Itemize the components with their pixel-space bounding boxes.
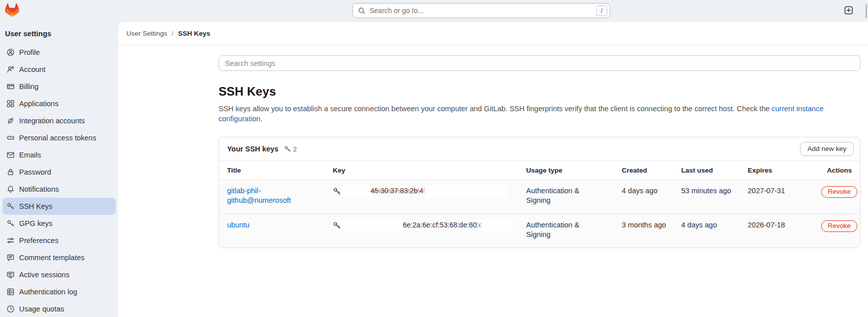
created-cell: 4 days ago — [622, 186, 681, 196]
breadcrumb: User Settings / SSH Keys — [118, 22, 868, 45]
table-row: ubuntu 6e:2a:6e:cf:53:68:de:60:c Authent… — [219, 213, 860, 248]
usage-type-cell: Authentication & Signing — [526, 186, 622, 205]
sidebar-item-notifications[interactable]: Notifications — [3, 181, 116, 198]
sidebar-item-label: GPG keys — [19, 219, 52, 227]
redacted-fingerprint-segment — [343, 221, 403, 229]
quota-icon — [7, 305, 15, 313]
settings-search-input[interactable] — [219, 55, 860, 71]
ssh-keys-panel: Your SSH keys 2 Add new key Title Key Us… — [219, 137, 860, 248]
last-used-cell: 4 days ago — [681, 220, 748, 230]
col-header-created: Created — [622, 167, 681, 174]
integration-icon — [7, 117, 15, 125]
sidebar-item-label: Notifications — [19, 185, 59, 193]
page-description-text: SSH keys allow you to establish a secure… — [219, 105, 772, 113]
sidebar: User settings Profile Account Billing Ap… — [0, 22, 118, 317]
col-header-last-used: Last used — [681, 167, 748, 174]
sidebar-item-label: SSH Keys — [19, 202, 52, 210]
sidebar-item-active-sessions[interactable]: Active sessions — [3, 266, 116, 283]
sidebar-item-applications[interactable]: Applications — [3, 95, 116, 112]
page-description: SSH keys allow you to establish a secure… — [219, 104, 860, 124]
slash-shortcut-key: / — [596, 6, 607, 16]
top-bar: Search or go to... / — [0, 0, 868, 22]
global-search-input[interactable]: Search or go to... / — [352, 3, 610, 18]
search-icon — [358, 7, 366, 15]
sidebar-item-profile[interactable]: Profile — [3, 44, 116, 61]
expires-cell: 2026-07-18 — [748, 220, 821, 230]
redacted-fingerprint-segment — [343, 187, 371, 195]
table-header-row: Title Key Usage type Created Last used E… — [219, 161, 860, 179]
sidebar-item-label: Applications — [19, 100, 58, 108]
col-header-usage-type: Usage type — [526, 167, 622, 174]
gitlab-logo-icon[interactable] — [5, 3, 19, 17]
add-new-key-button[interactable]: Add new key — [800, 142, 854, 156]
global-search-placeholder: Search or go to... — [370, 7, 592, 15]
usage-type-cell: Authentication & Signing — [526, 220, 622, 240]
scrollbar-thumb[interactable] — [865, 4, 867, 18]
sidebar-item-label: Comment templates — [19, 254, 85, 262]
sidebar-item-emails[interactable]: Emails — [3, 146, 116, 164]
token-icon — [7, 134, 15, 142]
breadcrumb-current: SSH Keys — [178, 30, 210, 37]
comment-icon — [7, 254, 15, 262]
key-icon — [7, 219, 15, 227]
sidebar-item-label: Usage quotas — [19, 305, 64, 313]
sidebar-item-usage-quotas[interactable]: Usage quotas — [3, 300, 116, 317]
key-count-value: 2 — [293, 145, 297, 153]
ssh-key-title-link[interactable]: ubuntu — [227, 221, 249, 229]
sidebar-item-label: Integration accounts — [19, 117, 85, 125]
main-content: User Settings / SSH Keys SSH Keys SSH ke… — [118, 22, 868, 317]
applications-icon — [7, 100, 15, 108]
sidebar-title: User settings — [0, 22, 118, 44]
sidebar-item-label: Active sessions — [19, 271, 69, 279]
sliders-icon — [7, 236, 15, 245]
email-icon — [7, 151, 15, 159]
sidebar-item-integration-accounts[interactable]: Integration accounts — [3, 112, 116, 129]
sidebar-item-label: Account — [19, 65, 45, 73]
sidebar-item-ssh-keys[interactable]: SSH Keys — [3, 198, 116, 215]
col-header-title: Title — [219, 167, 333, 174]
sidebar-item-account[interactable]: Account — [3, 61, 116, 78]
redacted-fingerprint-segment — [482, 221, 511, 229]
log-icon — [7, 288, 15, 296]
profile-icon — [7, 48, 15, 56]
key-fingerprint: 6e:2a:6e:cf:53:68:de:60:c — [333, 220, 514, 230]
bell-icon — [7, 185, 15, 193]
billing-icon — [7, 83, 15, 91]
breadcrumb-user-settings-link[interactable]: User Settings — [126, 30, 167, 37]
monitor-icon — [7, 271, 15, 279]
create-new-icon[interactable] — [844, 6, 853, 15]
table-row: gitlab-phil-github@numerosoft 45:30:37:8… — [219, 179, 860, 213]
expires-cell: 2027-07-31 — [748, 186, 821, 196]
col-header-actions: Actions — [821, 167, 860, 174]
key-icon — [284, 145, 291, 152]
sidebar-item-label: Authentication log — [19, 288, 77, 296]
revoke-button[interactable]: Revoke — [821, 220, 857, 232]
col-header-expires: Expires — [748, 167, 821, 174]
revoke-button[interactable]: Revoke — [821, 186, 857, 198]
created-cell: 3 months ago — [622, 220, 681, 230]
sidebar-item-authentication-log[interactable]: Authentication log — [3, 283, 116, 300]
ssh-key-title-link[interactable]: gitlab-phil-github@numerosoft — [227, 187, 291, 204]
sidebar-item-comment-templates[interactable]: Comment templates — [3, 249, 116, 266]
fingerprint-text: 6e:2a:6e:cf:53:68:de:60:c — [403, 220, 482, 230]
page-title: SSH Keys — [219, 85, 860, 99]
key-count-badge: 2 — [284, 145, 297, 153]
col-header-key: Key — [333, 167, 526, 174]
sidebar-item-label: Preferences — [19, 236, 58, 245]
page-description-period: . — [260, 115, 262, 123]
key-fingerprint: 45:30:37:83:2b:4f — [333, 186, 514, 196]
last-used-cell: 53 minutes ago — [681, 186, 748, 196]
fingerprint-text: 45:30:37:83:2b:4f — [371, 186, 425, 196]
sidebar-item-billing[interactable]: Billing — [3, 78, 116, 95]
key-icon — [7, 202, 15, 210]
sidebar-item-preferences[interactable]: Preferences — [3, 232, 116, 249]
key-icon — [333, 187, 341, 195]
redacted-fingerprint-segment — [425, 187, 506, 195]
sidebar-item-personal-access-tokens[interactable]: Personal access tokens — [3, 129, 116, 146]
sidebar-item-label: Profile — [19, 48, 40, 56]
panel-title: Your SSH keys — [227, 145, 278, 153]
sidebar-item-gpg-keys[interactable]: GPG keys — [3, 215, 116, 232]
sidebar-item-password[interactable]: Password — [3, 164, 116, 181]
sidebar-item-label: Password — [19, 168, 51, 176]
sidebar-item-label: Billing — [19, 83, 39, 91]
